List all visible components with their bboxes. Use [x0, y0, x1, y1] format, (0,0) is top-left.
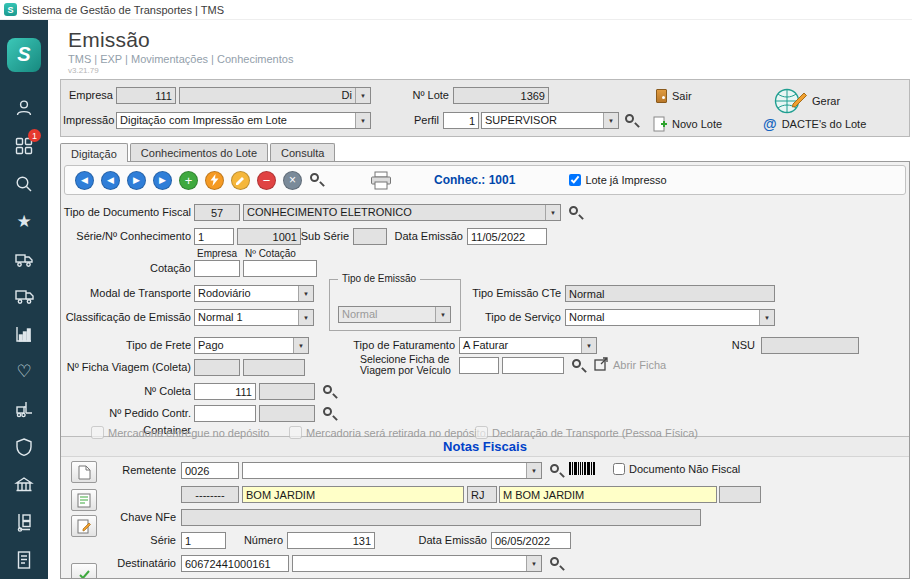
mercadoria-retirada-checkbox[interactable]: Mercadoria será retirada no depósito [289, 426, 486, 439]
chevron-down-icon[interactable]: ▼ [298, 286, 313, 301]
chave-nfe-input[interactable] [181, 509, 701, 526]
last-record-button[interactable]: ▶ [153, 171, 172, 190]
barcode-icon[interactable] [569, 462, 595, 478]
cancel-record-button[interactable]: × [283, 171, 302, 190]
import-nota-button[interactable] [71, 489, 97, 511]
novo-lote-button[interactable]: Novo Lote [653, 116, 722, 132]
post-record-button[interactable] [205, 171, 224, 190]
serie-input[interactable] [194, 228, 234, 245]
tab-digitacao[interactable]: Digitação [60, 143, 128, 162]
chevron-down-icon[interactable]: ▼ [355, 88, 370, 103]
ficha-viagem-empresa-input[interactable] [194, 359, 240, 376]
cotacao-numero-input[interactable] [243, 260, 317, 277]
ncoleta-desc-input[interactable] [259, 383, 315, 400]
sidebar-item-fleet[interactable] [0, 278, 48, 316]
remetente-code-input[interactable] [181, 462, 239, 479]
classificacao-combo[interactable]: Normal 1 ▼ [194, 309, 314, 326]
declaracao-transporte-input[interactable] [475, 426, 488, 439]
tipo-servico-combo[interactable]: Normal ▼ [565, 309, 775, 326]
destinatario-combo[interactable]: ▼ [292, 555, 542, 572]
empresa-input[interactable] [116, 87, 176, 104]
lote-impresso-checkbox[interactable]: Lote já Impresso [569, 174, 666, 186]
remetente-search-icon[interactable] [549, 463, 564, 478]
sidebar-item-reports[interactable] [0, 315, 48, 353]
chevron-down-icon[interactable]: ▼ [545, 205, 560, 220]
ficha-search-icon[interactable] [571, 358, 586, 373]
tipo-faturamento-combo[interactable]: A Faturar ▼ [459, 337, 597, 354]
sidebar-item-search[interactable] [0, 165, 48, 203]
chevron-down-icon[interactable]: ▼ [293, 338, 308, 353]
sidebar-item-truck[interactable] [0, 240, 48, 278]
sidebar-item-institution[interactable] [0, 466, 48, 504]
npedido-desc-input[interactable] [259, 405, 315, 422]
lote-impresso-input[interactable] [569, 174, 581, 186]
destinatario-input[interactable] [181, 555, 289, 572]
mercadoria-entregue-checkbox[interactable]: Mercadoria entregue no depósito [91, 426, 269, 439]
chevron-down-icon[interactable]: ▼ [759, 310, 774, 325]
delete-record-button[interactable]: − [257, 171, 276, 190]
edit-record-button[interactable] [231, 171, 250, 190]
ficha-veiculo-empresa-input[interactable] [459, 357, 499, 374]
remetente-extra-input[interactable] [719, 486, 761, 503]
nsu-input[interactable] [761, 337, 859, 354]
ncoleta-search-icon[interactable] [322, 384, 337, 399]
tipo-frete-combo[interactable]: Pago ▼ [194, 337, 309, 354]
npedido-search-icon[interactable] [322, 406, 337, 421]
chevron-down-icon[interactable]: ▼ [526, 463, 541, 478]
dacte-button[interactable]: @ DACTE's do Lote [763, 116, 866, 132]
tipo-doc-combo[interactable]: CONHECIMENTO ELETRONICO ▼ [243, 204, 561, 221]
sair-button[interactable]: Sair [656, 89, 692, 103]
perfil-search-icon[interactable] [624, 113, 639, 128]
chevron-down-icon[interactable]: ▼ [581, 338, 596, 353]
tipo-doc-search-icon[interactable] [568, 205, 583, 220]
remetente-cidade-input[interactable] [242, 486, 464, 503]
nf-numero-input[interactable] [287, 532, 375, 549]
destinatario-search-icon[interactable] [549, 556, 564, 571]
sidebar-item-health[interactable]: ♡ [0, 353, 48, 391]
remetente-cnpj-input[interactable] [181, 486, 239, 503]
add-record-button[interactable]: + [179, 171, 198, 190]
chevron-down-icon[interactable]: ▼ [603, 113, 618, 128]
sidebar-item-documents[interactable] [0, 541, 48, 579]
open-ficha-icon[interactable] [594, 357, 608, 371]
cotacao-empresa-input[interactable] [194, 260, 240, 277]
nlote-input[interactable] [453, 87, 549, 104]
documento-nao-fiscal-input[interactable] [613, 463, 625, 475]
sidebar-item-security[interactable] [0, 428, 48, 466]
sidebar-item-warehouse[interactable] [0, 391, 48, 429]
chevron-down-icon[interactable]: ▼ [355, 113, 370, 128]
tab-conhecimentos-do-lote[interactable]: Conhecimentos do Lote [130, 143, 268, 161]
ncoleta-input[interactable] [194, 383, 256, 400]
remetente-municipio-input[interactable] [499, 486, 717, 503]
first-record-button[interactable]: ◀ [75, 171, 94, 190]
next-record-button[interactable]: ▶ [127, 171, 146, 190]
sidebar-logo[interactable]: S [0, 20, 48, 89]
tipo-doc-code-input[interactable] [194, 204, 240, 221]
impressao-combo[interactable]: Digitação com Impressão em Lote ▼ [116, 112, 371, 129]
gerar-button[interactable]: Gerar [773, 86, 840, 116]
nf-data-emissao-input[interactable] [491, 532, 571, 549]
perfil-num-input[interactable] [443, 112, 479, 129]
ficha-veiculo-numero-input[interactable] [502, 357, 564, 374]
mercadoria-entregue-input[interactable] [91, 426, 104, 439]
documento-nao-fiscal-checkbox[interactable]: Documento Não Fiscal [613, 463, 740, 475]
printer-icon[interactable] [370, 171, 392, 190]
tipo-emissao-cte-input[interactable] [565, 285, 775, 302]
perfil-combo[interactable]: SUPERVISOR ▼ [481, 112, 619, 129]
npedido-input[interactable] [194, 405, 256, 422]
declaracao-transporte-checkbox[interactable]: Declaração de Transporte (Pessoa Física) [475, 426, 698, 439]
prior-record-button[interactable]: ◀ [101, 171, 120, 190]
data-emissao-input[interactable] [467, 228, 547, 245]
empresa-combo[interactable]: Di ▼ [179, 87, 371, 104]
remetente-uf-input[interactable] [467, 486, 497, 503]
sidebar-item-logistics[interactable] [0, 504, 48, 542]
modal-combo[interactable]: Rodoviário ▼ [194, 285, 314, 302]
ficha-viagem-numero-input[interactable] [243, 359, 305, 376]
chevron-down-icon[interactable]: ▼ [298, 310, 313, 325]
sidebar-item-apps[interactable]: 1 [0, 127, 48, 165]
search-record-icon[interactable] [309, 172, 326, 189]
sidebar-item-favorites[interactable]: ★ [0, 202, 48, 240]
mercadoria-retirada-input[interactable] [289, 426, 302, 439]
chevron-down-icon[interactable]: ▼ [526, 556, 541, 571]
tab-consulta[interactable]: Consulta [270, 143, 335, 161]
